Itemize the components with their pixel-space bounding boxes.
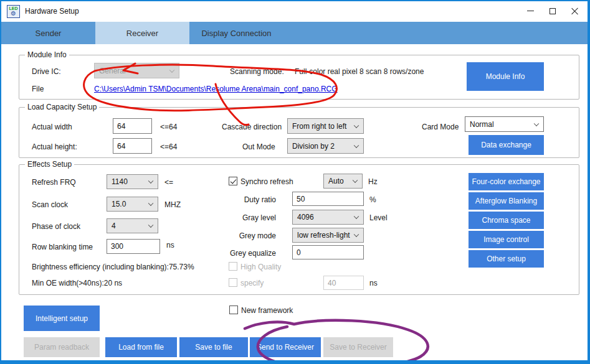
save-to-receiver-button[interactable]: Save to Receiver (323, 337, 393, 357)
phase-of-clock-label: Phase of clock (32, 222, 80, 231)
grey-mode-value: low refresh-light (297, 231, 350, 240)
high-quality-label: High Quality (240, 263, 281, 271)
param-readback-button[interactable]: Param readback (24, 337, 100, 357)
min-oe-width-text: Min OE width(>40ns):20 ns (32, 279, 122, 287)
grey-mode-label: Grey mode (206, 231, 276, 240)
phase-of-clock-dropdown[interactable]: 4 (107, 218, 158, 233)
actual-height-label: Actual height: (32, 142, 77, 151)
synchro-refresh-checkbox[interactable] (229, 177, 237, 185)
chevron-down-icon (148, 222, 153, 227)
load-from-file-button[interactable]: Load from file (105, 337, 177, 357)
grey-equalize-input[interactable] (292, 245, 364, 259)
file-path-link[interactable]: C:\Users\Admin TSM\Documents\Resolume Ar… (94, 85, 338, 93)
hardware-setup-window: LED ⚙ Hardware Setup Sender Receiver Dis… (0, 0, 590, 364)
tab-display-connection[interactable]: Display Connection (189, 22, 283, 44)
actual-width-input[interactable] (113, 118, 152, 134)
card-mode-dropdown[interactable]: Normal (465, 116, 544, 132)
row-blanking-unit: ns (166, 241, 174, 250)
cascade-direction-value: From right to left (292, 122, 346, 131)
chevron-down-icon (353, 177, 358, 182)
close-button[interactable] (564, 2, 586, 19)
maximize-icon (550, 8, 556, 14)
tab-receiver[interactable]: Receiver (95, 22, 189, 44)
duty-ratio-label: Duty ratio (206, 195, 276, 204)
new-framework-checkbox[interactable] (229, 306, 238, 314)
out-mode-dropdown[interactable]: Division by 2 (287, 138, 364, 154)
image-control-button[interactable]: Image control (469, 231, 544, 248)
intelligent-setup-button[interactable]: Intelligent setup (24, 306, 100, 331)
gray-level-dropdown[interactable]: 4096 (292, 210, 364, 225)
out-mode-value: Division by 2 (292, 142, 335, 151)
card-mode-value: Normal (470, 120, 494, 129)
duty-ratio-unit: % (369, 195, 376, 204)
card-mode-label: Card Mode (422, 123, 459, 131)
synchro-frequency-dropdown[interactable]: Auto (323, 174, 363, 189)
actual-height-input[interactable] (113, 138, 152, 154)
file-label: File (32, 85, 44, 93)
scan-clock-unit: MHZ (164, 200, 181, 209)
chevron-down-icon (148, 178, 153, 183)
scan-clock-value: 15.0 (112, 200, 126, 208)
scan-clock-dropdown[interactable]: 15.0 (107, 197, 158, 212)
specify-unit: ns (369, 279, 378, 287)
specify-label: specify (240, 279, 264, 287)
app-led-gear-icon: LED ⚙ (7, 5, 20, 18)
cascade-direction-label: Cascade direction (222, 123, 282, 131)
chevron-down-icon (534, 121, 539, 126)
chevron-down-icon (354, 213, 359, 218)
duty-ratio-input[interactable] (292, 192, 364, 206)
refresh-frq-suffix: <= (164, 178, 173, 187)
row-blanking-input[interactable] (107, 239, 160, 254)
actual-width-limit: <=64 (160, 123, 177, 131)
chevron-down-icon (354, 142, 359, 147)
scanning-mode-value: Full-color real pixel 8 scan 8 rows/zone (295, 67, 424, 76)
grey-mode-dropdown[interactable]: low refresh-light (292, 228, 364, 243)
scanning-mode-label: Scanning mode: (230, 67, 284, 76)
row-blanking-label: Row blanking time (32, 243, 93, 251)
data-exchange-button[interactable]: Data exchange (469, 135, 544, 155)
minimize-button[interactable] (519, 2, 541, 19)
maximize-button[interactable] (541, 2, 564, 19)
gray-level-value: 4096 (297, 213, 314, 222)
specify-input[interactable] (323, 276, 364, 290)
other-setup-button[interactable]: Other setup (469, 250, 544, 268)
effects-setup-legend: Effects Setup (25, 160, 74, 169)
chevron-down-icon (354, 123, 359, 128)
refresh-frq-label: Refresh FRQ (32, 178, 76, 187)
module-info-button[interactable]: Module Info (467, 62, 544, 91)
gray-level-unit: Level (369, 213, 388, 222)
synchro-refresh-label: Synchro refresh (240, 177, 293, 186)
scan-clock-label: Scan clock (32, 200, 68, 209)
window-controls (519, 2, 586, 19)
new-framework-label: New framework (241, 306, 293, 315)
module-info-group: Module Info Drive IC: General Scanning m… (19, 55, 579, 100)
drive-ic-dropdown[interactable]: General (94, 63, 179, 78)
synchro-unit: Hz (368, 177, 378, 186)
high-quality-checkbox[interactable] (229, 262, 237, 271)
four-color-exchange-button[interactable]: Four-color exchange (469, 173, 544, 190)
chevron-down-icon (169, 67, 174, 72)
load-capacity-legend: Load Capacity Setup (25, 103, 99, 111)
grey-equalize-label: Grey equalize (206, 249, 276, 258)
out-mode-label: Out Mode (242, 142, 275, 151)
send-to-receiver-button[interactable]: Send to Receiver (250, 337, 321, 357)
save-to-file-button[interactable]: Save to file (179, 337, 248, 357)
tab-bar: Sender Receiver Display Connection (1, 22, 588, 44)
gray-level-label: Gray level (206, 213, 276, 222)
chroma-space-button[interactable]: Chroma space (469, 212, 544, 229)
tab-sender[interactable]: Sender (1, 22, 95, 44)
refresh-frq-dropdown[interactable]: 1140 (107, 174, 158, 189)
effects-setup-group: Effects Setup Refresh FRQ 1140 <= Scan c… (19, 164, 579, 295)
afterglow-blanking-button[interactable]: Afterglow Blanking (469, 192, 544, 210)
brightness-efficiency-text: Brightness efficiency (including blankin… (32, 263, 194, 271)
synchro-frequency-value: Auto (328, 177, 344, 185)
chevron-down-icon (354, 231, 359, 236)
drive-ic-label: Drive IC: (32, 67, 61, 76)
cascade-direction-dropdown[interactable]: From right to left (287, 118, 364, 134)
actual-height-limit: <=64 (160, 142, 177, 151)
load-capacity-group: Load Capacity Setup Actual width <=64 Ac… (19, 107, 579, 158)
gear-icon: ⚙ (11, 11, 16, 17)
specify-checkbox[interactable] (229, 278, 237, 287)
close-icon (571, 7, 579, 15)
minimize-icon (527, 11, 534, 11)
